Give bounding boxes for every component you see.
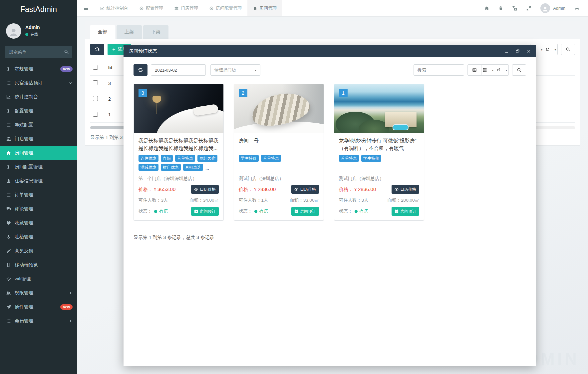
room-title: 龙华地铁3分钟步行 可做饭“投影房”（有调料），不合租，有暖气 <box>339 137 419 152</box>
columns-dropdown-button[interactable]: ▾ <box>481 64 495 76</box>
tag: 首单特惠 <box>175 155 195 162</box>
heart-icon <box>6 221 11 225</box>
tab-room-config[interactable]: 房间配置管理 <box>204 0 247 16</box>
sidebar-item-hotel-booking[interactable]: 民宿酒店预订 <box>0 76 77 90</box>
list-icon <box>6 81 11 85</box>
row-checkbox[interactable] <box>93 96 98 101</box>
tab-dashboard[interactable]: 统计控制台 <box>95 0 134 16</box>
chart-line-icon <box>6 95 11 99</box>
sidebar-item-dashboard[interactable]: 统计控制台 <box>0 90 77 104</box>
sidebar-item-members[interactable]: 会员管理 <box>0 314 77 328</box>
sidebar-item-config[interactable]: 配置管理 <box>0 104 77 118</box>
calendar-price-button[interactable]: 日历价格 <box>392 185 419 194</box>
status-dot <box>254 210 257 213</box>
search-toggle-button[interactable] <box>561 44 575 55</box>
tab-rooms[interactable]: 房间管理 <box>247 0 282 16</box>
row-checkbox[interactable] <box>93 112 98 117</box>
microphone-icon <box>6 235 11 239</box>
room-area: 33.00㎡ <box>303 198 319 203</box>
status-dot <box>154 210 157 213</box>
sidebar-item-plugins[interactable]: 插件管理new <box>0 300 77 314</box>
filter-tab-on[interactable]: 上架 <box>117 25 142 39</box>
sidebar-item-wifi[interactable]: wifi管理 <box>0 272 77 286</box>
column-header-id[interactable]: Id <box>106 60 121 76</box>
wifi-icon <box>6 277 11 281</box>
clear-cache-button[interactable] <box>494 6 508 11</box>
export-dropdown-button[interactable]: ▾ <box>495 64 509 76</box>
calendar-price-button[interactable]: 日历价格 <box>291 185 319 194</box>
tag: 学生特价 <box>361 155 381 162</box>
room-card[interactable]: 1 龙华地铁3分钟步行 可做饭“投影房”（有调料），不合租，有暖气 首单特惠 学… <box>334 84 424 221</box>
sidebar-item-mobile-preview[interactable]: 移动端预览 <box>0 258 77 272</box>
room-id-badge: 3 <box>139 89 147 97</box>
room-price: 价格：￥2836.00 <box>339 186 376 193</box>
room-card[interactable]: 3 我是长标题我是长标题我是长标题我是长标题我是长标题我是长标题我... 连住优… <box>134 84 224 221</box>
row-checkbox[interactable] <box>93 80 98 85</box>
book-room-button[interactable]: 房间预订 <box>291 207 319 216</box>
date-input[interactable] <box>151 64 206 76</box>
select-all-checkbox[interactable] <box>93 65 98 70</box>
close-icon[interactable] <box>526 49 531 53</box>
home-button[interactable] <box>480 6 494 11</box>
sidebar-item-comments[interactable]: 评论管理 <box>0 202 77 216</box>
modal-view-group: ▾ ▾ <box>467 64 509 76</box>
modal-search-input[interactable] <box>414 64 464 76</box>
export-dropdown-button[interactable]: ▾ <box>544 44 558 55</box>
sidebar-item-nav-config[interactable]: 导航配置 <box>0 118 77 132</box>
sidebar-item-store[interactable]: 门店管理 <box>0 132 77 146</box>
sidebar-item-permissions[interactable]: 权限管理 <box>0 286 77 300</box>
trash-icon <box>498 6 503 11</box>
gear-icon <box>140 6 144 10</box>
filter-tab-off[interactable]: 下架 <box>143 25 168 39</box>
settings-button[interactable] <box>570 6 584 11</box>
minimize-icon[interactable] <box>504 49 509 53</box>
book-room-button[interactable]: 房间预订 <box>191 207 219 216</box>
caret-down-icon: ▾ <box>541 48 542 51</box>
room-guests: 1人 <box>261 198 268 203</box>
sidebar-item-rooms[interactable]: 房间管理 <box>0 146 77 160</box>
room-id-badge: 2 <box>239 89 247 97</box>
room-title: 房间二号 <box>239 137 319 152</box>
room-card[interactable]: 2 房间二号 学生特价 首单特惠 测试门店（深圳总店） 价格：￥2836.00 … <box>234 84 324 221</box>
modal-refresh-button[interactable] <box>134 64 147 76</box>
tag: 青旅 <box>161 155 173 162</box>
filter-tab-all[interactable]: 全部 <box>90 25 115 39</box>
store-select[interactable]: 请选择门店▾ <box>210 64 260 76</box>
sidebar-item-suggestions[interactable]: 意见反馈 <box>0 244 77 258</box>
sidebar-toggle-button[interactable] <box>77 0 95 16</box>
room-meta: 可住人数：3人 面积：34.00㎡ <box>139 197 219 203</box>
chevron-down-icon <box>69 81 73 85</box>
sidebar-item-feedback-mgmt[interactable]: 吐槽管理 <box>0 230 77 244</box>
calendar-price-button[interactable]: 日历价格 <box>191 185 219 194</box>
tab-store[interactable]: 门店管理 <box>169 0 204 16</box>
topbar-user-menu[interactable]: Admin <box>536 3 570 13</box>
refresh-button[interactable] <box>90 44 104 55</box>
bank-icon <box>174 6 178 10</box>
person-icon <box>9 27 19 37</box>
grid-icon <box>483 68 487 72</box>
topbar-user-name: Admin <box>553 6 565 11</box>
sidebar-item-room-config[interactable]: 房间配置管理 <box>0 160 77 174</box>
sidebar-item-favorites[interactable]: 收藏管理 <box>0 216 77 230</box>
sidebar-search-input[interactable] <box>5 46 72 58</box>
calendar-check-icon <box>395 209 399 213</box>
photo-decoration <box>156 103 157 114</box>
tab-config[interactable]: 配置管理 <box>134 0 169 16</box>
sidebar-item-general[interactable]: 常规管理new <box>0 62 77 76</box>
room-status: 状态：有房 <box>239 208 268 214</box>
sidebar-item-orders[interactable]: 订单管理 <box>0 188 77 202</box>
sidebar-item-guest-info[interactable]: 住客信息管理 <box>0 174 77 188</box>
status-dot <box>355 210 358 213</box>
fullscreen-button[interactable] <box>522 6 536 11</box>
user-status: 在线 <box>25 32 40 37</box>
language-button[interactable] <box>508 6 522 11</box>
filter-tabs: 全部 上架 下架 <box>85 21 580 39</box>
chevron-left-icon <box>69 291 73 295</box>
detail-view-button[interactable] <box>467 64 481 76</box>
new-badge: new <box>60 304 73 310</box>
hamburger-icon <box>83 6 89 11</box>
book-room-button[interactable]: 房间预订 <box>392 207 419 216</box>
modal-header[interactable]: 房间预订状态 <box>124 45 536 57</box>
maximize-icon[interactable] <box>515 49 520 53</box>
search-toggle-button[interactable] <box>512 64 526 76</box>
